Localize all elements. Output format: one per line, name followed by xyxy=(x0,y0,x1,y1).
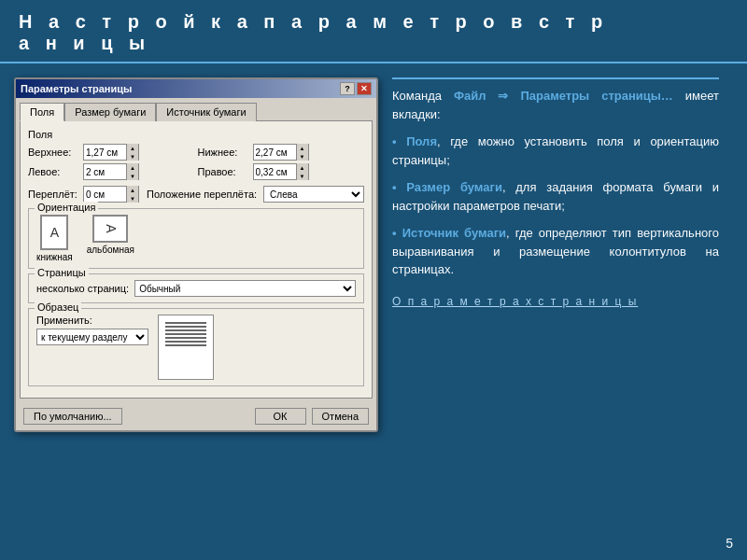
top-spin-down[interactable]: ▼ xyxy=(127,152,138,161)
ok-button[interactable]: ОК xyxy=(255,408,306,425)
bullet1: • Поля, где можно установить поля и орие… xyxy=(392,133,719,169)
right-panel-divider xyxy=(392,77,719,79)
fields-grid: Верхнее: ▲ ▼ Нижнее: xyxy=(28,144,364,180)
apply-label: Применить: xyxy=(36,315,148,326)
slide-title-line2: а н и ц ы xyxy=(19,33,728,54)
orientation-section: Ориентация A книжная A альбомн xyxy=(28,208,364,269)
pages-legend: Страницы xyxy=(35,267,89,278)
apply-select-container: к текущему разделу xyxy=(36,329,148,345)
multiple-pages-select[interactable]: Обычный xyxy=(134,280,356,297)
dialog-box: Параметры страницы ? ✕ Поля Размер бумаг… xyxy=(14,77,378,432)
dialog-titlebar: Параметры страницы ? ✕ xyxy=(16,79,376,98)
bottom-label: Нижнее: xyxy=(198,147,249,158)
top-spin-up[interactable]: ▲ xyxy=(127,144,138,152)
portrait-label: книжная xyxy=(36,252,73,262)
right-panel: Команда Файл ⇒ Параметры страницы… имеет… xyxy=(378,73,733,539)
top-value[interactable] xyxy=(84,147,126,159)
bottom-value[interactable] xyxy=(254,147,296,159)
landscape-option[interactable]: A альбомная xyxy=(87,215,134,262)
gutter-value[interactable] xyxy=(84,189,126,201)
default-button[interactable]: По умолчанию... xyxy=(23,408,122,425)
dialog-title: Параметры страницы xyxy=(21,83,132,94)
sample-legend: Образец xyxy=(35,301,81,313)
left-spin-down[interactable]: ▼ xyxy=(127,172,138,180)
right-spin-down[interactable]: ▼ xyxy=(297,172,308,180)
gutter-pos-label: Положение переплёта: xyxy=(147,189,257,200)
gutter-pos-select[interactable]: Слева xyxy=(263,186,364,203)
bottom-spin-up[interactable]: ▲ xyxy=(297,144,308,152)
bottom-field-row: Нижнее: ▲ ▼ xyxy=(198,144,365,161)
dialog-footer: По умолчанию... ОК Отмена xyxy=(16,402,376,430)
landscape-icon: A xyxy=(92,215,128,243)
gutter-spin-down[interactable]: ▼ xyxy=(127,194,138,203)
orientation-legend: Ориентация xyxy=(35,202,98,213)
apply-select[interactable]: к текущему разделу xyxy=(37,329,148,344)
dialog-controls: ? ✕ xyxy=(340,82,372,95)
gutter-input[interactable]: ▲ ▼ xyxy=(83,186,139,203)
bullet2-bold: • Размер бумаги xyxy=(392,180,502,194)
sample-content: Применить: к текущему разделу xyxy=(36,315,356,380)
footer-right: ОК Отмена xyxy=(255,408,369,425)
main-content: Параметры страницы ? ✕ Поля Размер бумаг… xyxy=(0,63,747,549)
pages-section: Страницы несколько страниц: Обычный xyxy=(28,273,364,303)
multiple-pages-label: несколько страниц: xyxy=(36,283,129,294)
bottom-spin-down[interactable]: ▼ xyxy=(297,152,308,161)
top-field-row: Верхнее: ▲ ▼ xyxy=(28,144,195,161)
right-value[interactable] xyxy=(254,166,296,178)
portrait-icon: A xyxy=(40,215,68,250)
right-input[interactable]: ▲ ▼ xyxy=(253,163,309,180)
right-field-row: Правое: ▲ ▼ xyxy=(198,163,365,180)
page-params-link[interactable]: О п а р а м е т р а х с т р а н и ц ы xyxy=(392,293,719,310)
dialog-close-button[interactable]: ✕ xyxy=(357,82,372,95)
tab-fields[interactable]: Поля xyxy=(20,103,64,121)
orientation-options: A книжная A альбомная xyxy=(36,215,356,262)
left-field-row: Левое: ▲ ▼ xyxy=(28,163,195,180)
intro-paragraph: Команда Файл ⇒ Параметры страницы… имеет… xyxy=(392,87,719,123)
cancel-button[interactable]: Отмена xyxy=(312,408,369,425)
bullet3-bold: • Источник бумаги xyxy=(392,226,506,240)
dialog-help-button[interactable]: ? xyxy=(340,82,355,95)
apply-col: Применить: к текущему разделу xyxy=(36,315,148,380)
slide-title-line1: Н а с т р о й к а п а р а м е т р о в с … xyxy=(19,11,728,33)
bullet1-bold: • Поля xyxy=(392,134,437,148)
sample-section: Образец Применить: к текущему разделу xyxy=(28,308,364,386)
gutter-field-row: Переплёт: ▲ ▼ xyxy=(28,186,139,203)
left-spin-up[interactable]: ▲ xyxy=(127,163,138,172)
landscape-label: альбомная xyxy=(87,245,134,255)
gutter-pos-row: Положение переплёта: Слева xyxy=(147,186,364,203)
intro-text-start: Команда xyxy=(392,89,454,103)
page-number: 5 xyxy=(726,536,733,551)
left-input[interactable]: ▲ ▼ xyxy=(83,163,139,180)
bullet2: • Размер бумаги, для задания формата бум… xyxy=(392,178,719,215)
preview-doc xyxy=(158,315,214,380)
portrait-option[interactable]: A книжная xyxy=(36,215,73,262)
left-spin[interactable]: ▲ ▼ xyxy=(126,163,138,180)
bullet1-text: , где можно установить поля и ориентацию… xyxy=(392,134,719,167)
dialog-body: Поля Верхнее: ▲ ▼ Ниж xyxy=(20,120,373,399)
bottom-input[interactable]: ▲ ▼ xyxy=(253,144,309,161)
dialog-container: Параметры страницы ? ✕ Поля Размер бумаг… xyxy=(14,73,378,539)
fields-section-label: Поля xyxy=(28,129,364,140)
pages-row: несколько страниц: Обычный xyxy=(36,280,356,297)
right-spin-up[interactable]: ▲ xyxy=(297,163,308,172)
top-spin[interactable]: ▲ ▼ xyxy=(126,144,138,161)
top-label: Верхнее: xyxy=(28,147,79,158)
footer-left: По умолчанию... xyxy=(23,408,122,425)
right-spin[interactable]: ▲ ▼ xyxy=(296,163,308,180)
gutter-spin[interactable]: ▲ ▼ xyxy=(126,186,138,203)
top-input[interactable]: ▲ ▼ xyxy=(83,144,139,161)
gutter-spin-up[interactable]: ▲ xyxy=(127,186,138,194)
left-label: Левое: xyxy=(28,166,79,177)
left-value[interactable] xyxy=(84,166,126,178)
bullet3: • Источник бумаги, где определяют тип ве… xyxy=(392,224,719,279)
gutter-label: Переплёт: xyxy=(28,189,79,200)
right-label: Правое: xyxy=(198,166,249,177)
tabs-row: Поля Размер бумаги Источник бумаги xyxy=(16,98,376,120)
tab-paper-source[interactable]: Источник бумаги xyxy=(156,103,256,121)
intro-bold: Файл ⇒ Параметры страницы… xyxy=(454,89,673,103)
bottom-spin[interactable]: ▲ ▼ xyxy=(296,144,308,161)
tab-paper-size[interactable]: Размер бумаги xyxy=(64,103,156,121)
title-bar: Н а с т р о й к а п а р а м е т р о в с … xyxy=(0,0,747,63)
